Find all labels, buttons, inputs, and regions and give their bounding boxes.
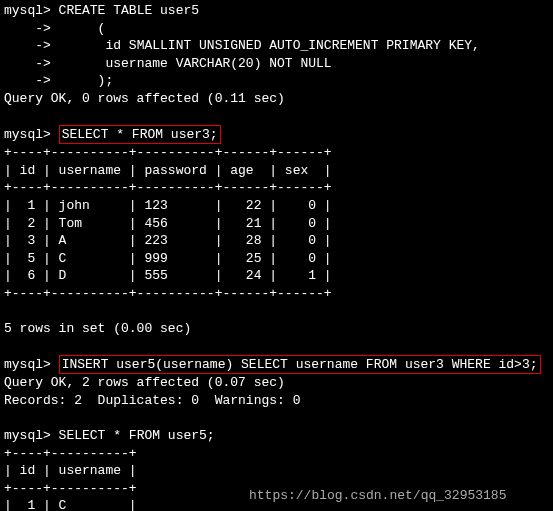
table-row: | 6 | D | 555 | 24 | 1 | xyxy=(4,268,332,283)
prompt: mysql> xyxy=(4,428,51,443)
prompt: mysql> xyxy=(4,3,51,18)
table-row: | 1 | john | 123 | 22 | 0 | xyxy=(4,198,332,213)
table-header: | id | username | xyxy=(4,463,137,478)
table-row: | 3 | A | 223 | 28 | 0 | xyxy=(4,233,332,248)
sql-line: ( xyxy=(51,21,106,36)
result-line: 5 rows in set (0.00 sec) xyxy=(4,321,191,336)
sql-line: CREATE TABLE user5 xyxy=(51,3,199,18)
table-row: | 2 | Tom | 456 | 21 | 0 | xyxy=(4,216,332,231)
result-line: Query OK, 0 rows affected (0.11 sec) xyxy=(4,91,285,106)
table-row: | 5 | C | 999 | 25 | 0 | xyxy=(4,251,332,266)
table-header: | id | username | password | age | sex | xyxy=(4,163,332,178)
cont-prompt: -> xyxy=(4,21,51,36)
sql-line: SELECT * FROM user5; xyxy=(51,428,215,443)
cont-prompt: -> xyxy=(4,38,51,53)
cont-prompt: -> xyxy=(4,56,51,71)
highlighted-sql: SELECT * FROM user3; xyxy=(59,125,221,145)
result-line: Query OK, 2 rows affected (0.07 sec) xyxy=(4,375,285,390)
prompt: mysql> xyxy=(4,127,51,142)
prompt: mysql> xyxy=(4,357,51,372)
table-border: +----+----------+ xyxy=(4,481,137,496)
table-border: +----+----------+----------+------+-----… xyxy=(4,180,332,195)
terminal-output: mysql> CREATE TABLE user5 -> ( -> id SMA… xyxy=(4,2,553,511)
sql-line: username VARCHAR(20) NOT NULL xyxy=(51,56,332,71)
result-line: Records: 2 Duplicates: 0 Warnings: 0 xyxy=(4,393,300,408)
table-border: +----+----------+ xyxy=(4,446,137,461)
sql-line: ); xyxy=(51,73,113,88)
table-row: | 1 | C | xyxy=(4,498,137,511)
table-border: +----+----------+----------+------+-----… xyxy=(4,286,332,301)
watermark-url: https://blog.csdn.net/qq_32953185 xyxy=(249,487,506,505)
sql-line: id SMALLINT UNSIGNED AUTO_INCREMENT PRIM… xyxy=(51,38,480,53)
highlighted-sql: INSERT user5(username) SELECT username F… xyxy=(59,355,541,375)
cont-prompt: -> xyxy=(4,73,51,88)
table-border: +----+----------+----------+------+-----… xyxy=(4,145,332,160)
